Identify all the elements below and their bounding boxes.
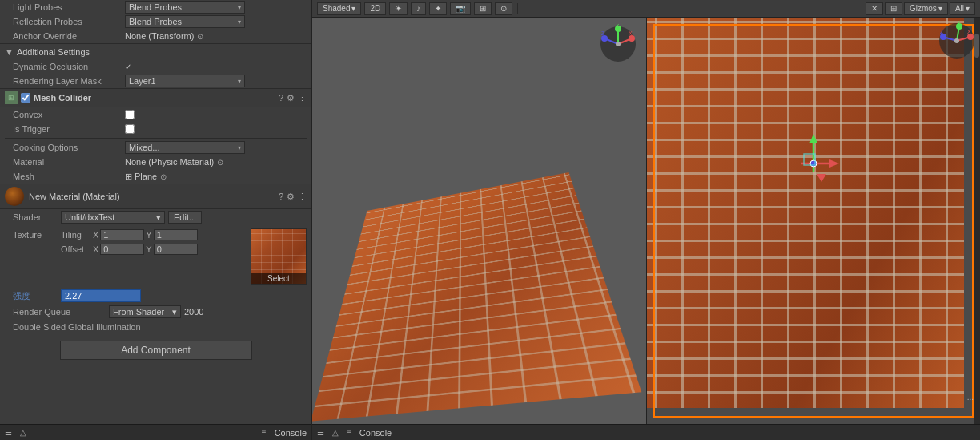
dynamic-occlusion-check-icon: ✓ [125,63,131,71]
edit-shader-button[interactable]: Edit... [168,211,202,224]
shader-label: Shader [13,212,61,222]
mesh-collider-more-icon[interactable]: ⋮ [298,93,307,103]
grid-icon: ⊞ [480,4,486,13]
audio-icon: ♪ [416,4,420,13]
scene-view-camera-button[interactable]: 📷 [450,2,471,15]
mesh-icon: ⊞ [125,172,132,182]
new-material-title: New Material (Material) [29,192,279,201]
audio-button[interactable]: ♪ [411,2,426,15]
fx-icon: ✦ [435,4,441,13]
rendering-layer-arrow-icon: ▾ [238,78,241,85]
rendering-layer-label: Rendering Layer Mask [13,76,125,86]
gizmos-button[interactable]: Gizmos ▾ [904,2,948,15]
offset-label: Offset [61,244,93,254]
strength-input[interactable] [61,289,141,302]
tiling-y-input[interactable] [154,229,198,240]
mesh-collider-header: ⊞ Mesh Collider ? ⚙ ⋮ [0,88,311,107]
light-probes-arrow-icon: ▾ [238,4,241,11]
mesh-collider-settings-icon[interactable]: ⚙ [287,93,295,103]
mesh-collider-enabled-checkbox[interactable] [21,93,30,103]
viewport-area[interactable]: X Y Z [312,18,980,424]
mesh-text: Plane [135,172,157,181]
material-actions: ? ⚙ ⋮ [279,192,307,202]
offset-y-input[interactable] [154,244,198,255]
tiling-x-input[interactable] [100,229,144,240]
offset-y-label: Y [146,244,151,254]
additional-settings-section[interactable]: ▼ Additional Settings [0,43,311,59]
svg-text:Z: Z [601,30,605,36]
cooking-options-dropdown[interactable]: Mixed... ▾ [125,141,245,154]
texture-row: Texture Tiling X Y Offset X Y [0,225,311,288]
svg-text:Y: Y [957,21,961,25]
vertical-scrollbar[interactable] [974,18,980,424]
convex-checkbox[interactable] [125,110,135,119]
rendering-layer-dropdown[interactable]: Layer1 ▾ [125,75,245,87]
material-sphere-icon [5,187,24,206]
reflection-probes-label: Reflection Probes [13,17,125,26]
nav-gizmo-left[interactable]: X Y Z [598,24,638,64]
inspector-scroll[interactable]: Light Probes Blend Probes ▾ Reflection P… [0,0,311,424]
material-link-icon[interactable]: ⊙ [217,158,223,167]
texture-label: Texture [13,228,61,240]
toolbar-layers-button[interactable]: ⊞ [885,2,902,15]
cooking-options-arrow-icon: ▾ [238,144,241,151]
shaded-arrow-icon: ▾ [351,4,355,13]
cooking-options-value: Mixed... ▾ [125,141,307,154]
strength-label: 强度 [13,290,61,302]
svg-text:Z: Z [940,29,944,34]
additional-settings-title: Additional Settings [17,47,90,57]
svg-marker-14 [829,159,839,168]
reflection-probes-dropdown[interactable]: Blend Probes ▾ [125,15,245,28]
svg-point-2 [629,35,635,42]
grid-button[interactable]: ⊞ [474,2,492,15]
tiling-y-label: Y [146,230,151,240]
scrollbar-thumb[interactable] [974,34,979,58]
anchor-override-row: Anchor Override None (Transform) ⊙ [0,29,311,43]
offset-x-input[interactable] [100,244,144,255]
shader-row: Shader Unlit/dxxTest ▾ Edit... [0,209,311,225]
svg-point-15 [810,160,817,167]
material-more-icon[interactable]: ⋮ [298,192,307,202]
render-queue-label: Render Queue [13,307,109,317]
transform-gizmo [781,127,845,192]
svg-point-26 [940,34,946,40]
viewport-left[interactable]: X Y Z [312,18,646,424]
snap-icon: ⊙ [500,4,507,13]
mesh-value: ⊞ Plane ⊙ [125,172,307,182]
shaded-dropdown-button[interactable]: Shaded ▾ [317,2,361,15]
light-probes-dropdown[interactable]: Blend Probes ▾ [125,1,245,14]
all-button[interactable]: All ▾ [950,2,975,15]
viewport-bottom-icon-2: △ [332,428,339,437]
snap-button[interactable]: ⊙ [495,2,512,15]
add-component-button[interactable]: Add Component [60,341,252,360]
anchor-override-text: None (Transform) [125,31,194,41]
viewport-panel: Shaded ▾ 2D ☀ ♪ ✦ 📷 ⊞ ⊙ ✕ ⊞ [312,0,980,440]
tiling-x-label: X [93,230,98,240]
viewport-right[interactable]: X Y Z ... [646,18,981,424]
bottom-bar-icon-2: △ [20,428,26,437]
viewport-toolbar: Shaded ▾ 2D ☀ ♪ ✦ 📷 ⊞ ⊙ ✕ ⊞ [312,0,980,18]
material-help-icon[interactable]: ? [279,192,283,201]
shader-dropdown[interactable]: Unlit/dxxTest ▾ [61,211,165,224]
anchor-override-link-icon[interactable]: ⊙ [197,32,203,41]
nav-gizmo-svg: X Y Z [598,24,638,64]
svg-point-28 [954,38,959,43]
toolbar-x-button[interactable]: ✕ [866,2,883,15]
light-probes-value: Blend Probes ▾ [125,1,307,14]
render-queue-dropdown[interactable]: From Shader ▾ [109,305,181,318]
material-settings-icon[interactable]: ⚙ [287,192,295,202]
fx-button[interactable]: ✦ [429,2,447,15]
cooking-options-label: Cooking Options [13,143,125,152]
mesh-collider-actions: ? ⚙ ⋮ [279,93,307,103]
mesh-label: Mesh [13,172,125,181]
is-trigger-checkbox[interactable] [125,124,135,134]
convex-row: Convex [0,107,311,122]
mesh-collider-help-icon[interactable]: ? [279,93,283,103]
mesh-link-icon[interactable]: ⊙ [160,172,167,181]
nav-gizmo-right[interactable]: X Y Z [937,21,977,61]
texture-select-button[interactable]: Select [251,273,306,284]
offset-row: Offset X Y [61,243,244,256]
lighting-button[interactable]: ☀ [389,2,408,15]
texture-thumbnail[interactable]: Select [251,228,307,285]
2d-button[interactable]: 2D [364,2,386,15]
